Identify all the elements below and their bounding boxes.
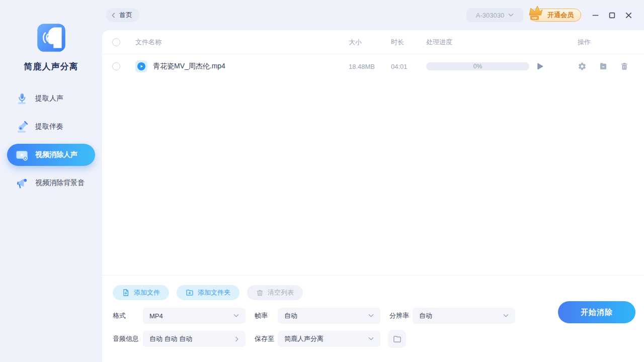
audio-info-select[interactable]: 自动 自动 自动 bbox=[143, 331, 246, 347]
sidebar-item-label: 提取伴奏 bbox=[35, 122, 63, 131]
window-controls bbox=[591, 11, 633, 20]
file-type-badge bbox=[135, 60, 147, 72]
app-logo-icon bbox=[37, 23, 66, 52]
resolution-label: 分辨率 bbox=[389, 311, 413, 320]
row-delete-icon[interactable] bbox=[620, 62, 629, 71]
file-list-empty-space bbox=[102, 78, 644, 275]
chevron-right-icon bbox=[235, 336, 239, 342]
sidebar-item-video-remove-bgm[interactable]: 视频消除背景音 bbox=[7, 172, 95, 194]
start-removal-button[interactable]: 开始消除 bbox=[558, 301, 635, 323]
vip-crown-icon: VIP bbox=[527, 5, 545, 22]
table-row: 青花瓷MV_周杰伦.mp4 18.48MB 04:01 0% bbox=[102, 54, 644, 78]
folder-icon bbox=[392, 334, 402, 344]
guitar-icon bbox=[15, 120, 29, 134]
clear-list-label: 清空列表 bbox=[268, 288, 294, 297]
file-duration: 04:01 bbox=[391, 63, 426, 70]
row-open-folder-icon[interactable] bbox=[599, 62, 608, 71]
resolution-value: 自动 bbox=[419, 311, 432, 320]
col-header-name: 文件名称 bbox=[135, 38, 349, 47]
sidebar: 简鹿人声分离 提取人声 提取伴奏 bbox=[0, 0, 102, 362]
chevron-down-icon bbox=[503, 314, 509, 318]
maximize-icon bbox=[608, 12, 616, 19]
sidebar-item-label: 视频消除人声 bbox=[35, 150, 77, 159]
megaphone-icon bbox=[15, 176, 29, 190]
save-to-value: 简鹿人声分离 bbox=[284, 334, 324, 343]
file-list-panel: 文件名称 大小 时长 处理进度 操作 青花瓷MV_周杰伦.mp4 18.48MB… bbox=[102, 30, 644, 362]
col-header-duration: 时长 bbox=[391, 38, 426, 47]
col-header-actions: 操作 bbox=[575, 38, 634, 47]
account-dropdown[interactable]: A-303030 bbox=[466, 8, 523, 22]
table-header: 文件名称 大小 时长 处理进度 操作 bbox=[102, 30, 644, 54]
save-to-select[interactable]: 简鹿人声分离 bbox=[278, 331, 380, 347]
maximize-button[interactable] bbox=[608, 11, 616, 20]
sidebar-item-extract-accompaniment[interactable]: 提取伴奏 bbox=[7, 116, 95, 138]
row-checkbox[interactable] bbox=[112, 62, 120, 70]
file-plus-icon bbox=[122, 289, 130, 297]
open-vip-button[interactable]: VIP 开通会员 bbox=[530, 9, 581, 22]
sidebar-item-label: 提取人声 bbox=[35, 94, 63, 103]
close-icon bbox=[625, 12, 632, 19]
progress-text: 0% bbox=[426, 62, 529, 70]
bottom-controls: 添加文件 添加文件夹 清空列表 bbox=[102, 275, 644, 362]
format-value: MP4 bbox=[149, 312, 163, 320]
app-logo-block: 简鹿人声分离 bbox=[0, 0, 102, 72]
open-save-folder-button[interactable] bbox=[388, 330, 406, 348]
open-vip-label: 开通会员 bbox=[547, 11, 574, 20]
minimize-icon bbox=[592, 12, 599, 19]
framerate-value: 自动 bbox=[284, 311, 297, 320]
main-area: 首页 A-303030 VIP 开通会员 bbox=[102, 0, 644, 362]
chevron-left-icon bbox=[111, 13, 116, 18]
play-circle-icon bbox=[137, 62, 145, 70]
svg-text:VIP: VIP bbox=[532, 16, 537, 20]
sidebar-nav: 提取人声 提取伴奏 视频消除人声 bbox=[0, 87, 102, 200]
sidebar-item-video-remove-vocal[interactable]: 视频消除人声 bbox=[7, 144, 95, 166]
sidebar-item-extract-vocal[interactable]: 提取人声 bbox=[7, 87, 95, 110]
chevron-down-icon bbox=[508, 13, 514, 17]
back-home-button[interactable]: 首页 bbox=[106, 8, 139, 22]
save-to-label: 保存至 bbox=[255, 334, 278, 343]
col-header-progress: 处理进度 bbox=[426, 38, 575, 47]
chevron-down-icon bbox=[368, 337, 374, 341]
select-all-checkbox[interactable] bbox=[112, 38, 120, 46]
back-home-label: 首页 bbox=[119, 11, 132, 20]
microphone-icon bbox=[15, 92, 29, 106]
add-folder-label: 添加文件夹 bbox=[198, 288, 230, 297]
account-id: A-303030 bbox=[476, 12, 504, 19]
title-bar: 首页 A-303030 VIP 开通会员 bbox=[102, 0, 644, 30]
file-size: 18.48MB bbox=[349, 63, 391, 70]
row-settings-icon[interactable] bbox=[578, 62, 587, 71]
video-screen-icon bbox=[15, 148, 29, 162]
col-header-size: 大小 bbox=[349, 38, 391, 47]
chevron-down-icon bbox=[368, 314, 374, 318]
app-title: 简鹿人声分离 bbox=[24, 61, 78, 72]
audio-info-value: 自动 自动 自动 bbox=[149, 334, 192, 343]
minimize-button[interactable] bbox=[591, 11, 600, 20]
clear-list-button[interactable]: 清空列表 bbox=[247, 285, 303, 300]
add-folder-button[interactable]: 添加文件夹 bbox=[177, 285, 239, 300]
row-play-button[interactable] bbox=[535, 62, 544, 71]
audio-info-label: 音频信息 bbox=[113, 334, 143, 343]
chevron-down-icon bbox=[233, 314, 239, 318]
format-label: 格式 bbox=[113, 311, 143, 320]
framerate-label: 帧率 bbox=[255, 311, 278, 320]
add-file-label: 添加文件 bbox=[134, 288, 160, 297]
resolution-select[interactable]: 自动 bbox=[413, 308, 515, 324]
sidebar-item-label: 视频消除背景音 bbox=[35, 178, 85, 188]
folder-plus-icon bbox=[186, 289, 194, 297]
file-name: 青花瓷MV_周杰伦.mp4 bbox=[153, 62, 225, 71]
close-button[interactable] bbox=[624, 11, 633, 20]
trash-icon bbox=[256, 289, 264, 297]
add-file-button[interactable]: 添加文件 bbox=[113, 285, 169, 300]
format-select[interactable]: MP4 bbox=[143, 308, 246, 324]
progress-bar: 0% bbox=[426, 62, 529, 70]
framerate-select[interactable]: 自动 bbox=[278, 308, 380, 324]
